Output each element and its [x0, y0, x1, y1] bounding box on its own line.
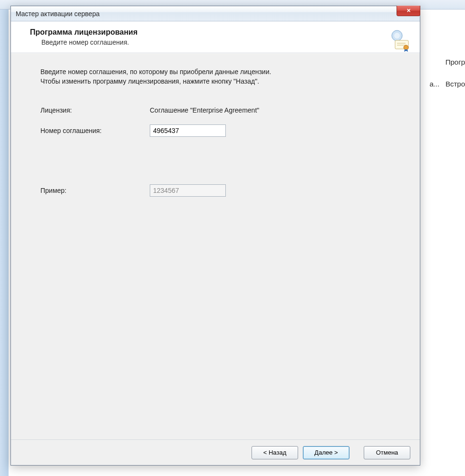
form-area: Лицензия: Соглашение "Enterprise Agreeme…	[40, 106, 401, 197]
agreement-number-input[interactable]	[150, 124, 226, 137]
background-row-text: а... Встро	[430, 80, 465, 88]
certificate-icon	[388, 29, 411, 52]
wizard-dialog: Мастер активации сервера Программа лицен…	[10, 6, 420, 466]
wizard-header-subtitle: Введите номер соглашения.	[41, 38, 411, 46]
wizard-header-title: Программа лицензирования	[30, 28, 411, 37]
background-sidebar	[0, 10, 9, 476]
close-button[interactable]	[397, 6, 420, 16]
agreement-number-label: Номер соглашения:	[40, 127, 150, 134]
row-agreement-number: Номер соглашения:	[40, 124, 401, 137]
svg-point-1	[394, 33, 400, 38]
svg-point-5	[404, 45, 408, 50]
next-button[interactable]: Далее >	[303, 446, 349, 459]
row-license: Лицензия: Соглашение "Enterprise Agreeme…	[40, 106, 401, 114]
back-button[interactable]: < Назад	[252, 446, 298, 459]
cancel-button[interactable]: Отмена	[364, 446, 410, 459]
license-label: Лицензия:	[40, 106, 150, 114]
wizard-header: Программа лицензирования Введите номер с…	[11, 21, 420, 53]
wizard-footer: < Назад Далее > Отмена	[11, 439, 420, 465]
example-label: Пример:	[40, 187, 150, 194]
dialog-titlebar[interactable]: Мастер активации сервера	[11, 6, 420, 21]
row-example: Пример:	[40, 184, 401, 197]
license-value: Соглашение "Enterprise Agreement"	[150, 106, 259, 114]
instruction-text: Введите номер соглашения, по которому вы…	[40, 67, 401, 86]
background-column-header: Прогр	[446, 58, 465, 66]
wizard-body: Введите номер соглашения, по которому вы…	[11, 53, 420, 439]
dialog-title: Мастер активации сервера	[16, 10, 99, 18]
example-input	[150, 184, 226, 197]
